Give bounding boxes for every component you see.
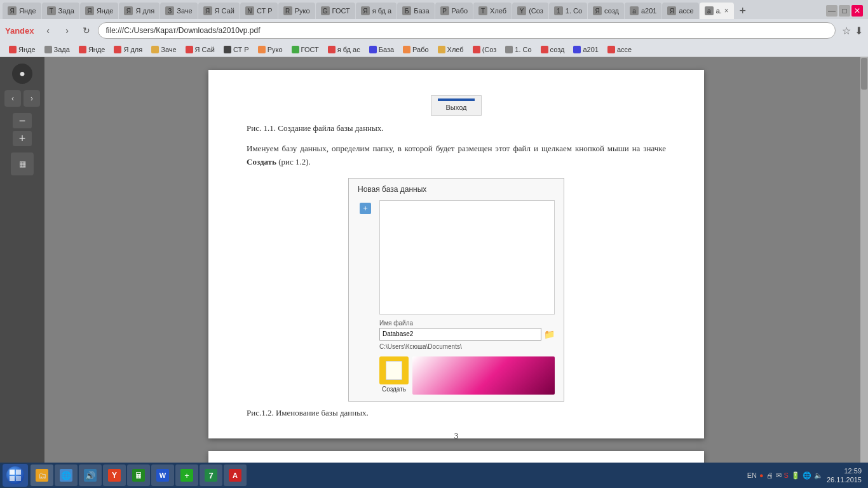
bookmark-16[interactable]: созд <box>537 44 569 55</box>
bookmark-3[interactable]: Яндe <box>75 44 109 55</box>
new-db-filename-label: Имя файла <box>379 320 555 327</box>
bookmark-favicon-1 <box>9 46 17 53</box>
taskbar-app-7zip[interactable]: 7 <box>200 464 222 486</box>
volume-icon[interactable]: 🔈 <box>814 471 823 480</box>
tab-close-icon[interactable]: × <box>724 6 729 15</box>
download-icon[interactable]: ⬇ <box>855 25 863 37</box>
bookmark-favicon-15 <box>505 46 513 53</box>
tab-2[interactable]: T Задa <box>42 3 79 19</box>
tab-label-17: а201 <box>641 7 656 15</box>
bookmark-1[interactable]: Яндe <box>5 44 39 55</box>
bookmark-10[interactable]: я бд ас <box>324 44 364 55</box>
tab-label-9: ГОСТ <box>332 7 350 15</box>
battery-icon[interactable]: 🔋 <box>791 471 800 480</box>
explorer-icon: 🗂 <box>36 469 48 482</box>
tab-3[interactable]: Я Янде <box>80 3 119 19</box>
green-app-icon: + <box>180 469 193 482</box>
pdf-next-button[interactable]: › <box>24 90 40 107</box>
printer-icon[interactable]: 🖨 <box>766 471 773 479</box>
antivirus-icon[interactable]: ● <box>759 471 764 479</box>
tab-15[interactable]: 1 1. Со <box>549 3 587 19</box>
bookmark-13[interactable]: Хлеб <box>434 44 468 55</box>
pdf-scrollbar[interactable] <box>860 57 868 463</box>
bookmark-8[interactable]: Руко <box>254 44 287 55</box>
tab-9[interactable]: G ГОСТ <box>316 3 355 19</box>
tab-14[interactable]: Y (Соз <box>512 3 548 19</box>
tab-19-active[interactable]: а а. × <box>700 3 734 19</box>
taskbar-app-sound[interactable]: 🔊 <box>79 464 102 486</box>
bookmark-9[interactable]: ГОСТ <box>288 44 323 55</box>
tab-7[interactable]: N СТ Р <box>240 3 278 19</box>
pdf-menu-button[interactable]: ● <box>12 64 32 84</box>
pdf-zoom-in-button[interactable]: + <box>13 131 32 146</box>
pdf-zoom-controls: − + <box>13 113 32 146</box>
bookmark-18[interactable]: асce <box>604 44 635 55</box>
tab-6[interactable]: Я Я Сай <box>198 3 240 19</box>
taskbar-app-explorer[interactable]: 🗂 <box>31 464 53 486</box>
reload-button[interactable]: ↻ <box>79 23 94 38</box>
tab-4[interactable]: Я Я для <box>119 3 159 19</box>
tab-label-13: Хлеб <box>490 7 506 15</box>
bookmark-11[interactable]: База <box>365 44 398 55</box>
start-button[interactable] <box>3 464 28 487</box>
forward-button[interactable]: › <box>60 23 75 38</box>
taskbar-app-chrome[interactable]: 🌐 <box>55 464 78 486</box>
taskbar-app-calc[interactable]: 🖩 <box>127 464 150 486</box>
new-db-plus-icon[interactable]: + <box>360 203 371 214</box>
tab-18[interactable]: Я асce <box>662 3 698 19</box>
bookmark-label-16: созд <box>550 46 565 53</box>
tab-label-6: Я Сай <box>215 7 234 15</box>
new-db-create-button[interactable]: Создать <box>379 356 409 393</box>
bookmark-15[interactable]: 1. Со <box>501 44 535 55</box>
new-db-left-col: + <box>358 200 373 395</box>
bookmark-favicon-17 <box>573 46 581 53</box>
new-db-browse-icon[interactable]: 📁 <box>544 329 555 339</box>
pdf-page-3: Выход Рис. 1.1. Создание файла базы данн… <box>208 70 704 438</box>
bookmark-favicon-18 <box>607 46 615 53</box>
bookmark-4[interactable]: Я для <box>110 44 146 55</box>
network-icon[interactable]: 🌐 <box>803 471 811 480</box>
tab-11[interactable]: Б База <box>397 3 434 19</box>
close-button[interactable]: ✕ <box>851 5 863 17</box>
bookmark-17[interactable]: а201 <box>569 44 602 55</box>
create-doc-icon <box>386 361 402 380</box>
new-db-filename-input[interactable] <box>379 328 541 341</box>
security-icon[interactable]: S <box>784 471 789 479</box>
address-input[interactable] <box>98 22 836 39</box>
language-indicator[interactable]: EN <box>747 471 757 479</box>
bookmark-2[interactable]: Задa <box>41 44 74 55</box>
tab-13[interactable]: T Хлеб <box>473 3 512 19</box>
tab-12[interactable]: Р Рабо <box>435 3 473 19</box>
tab-16[interactable]: Я созд <box>588 3 624 19</box>
pdf-view-toggle-button[interactable]: ▦ <box>11 152 34 175</box>
bookmark-favicon-7 <box>224 46 231 53</box>
maximize-button[interactable]: □ <box>839 5 850 17</box>
bookmark-favicon-13 <box>438 46 445 53</box>
back-button[interactable]: ‹ <box>41 23 56 38</box>
yandex-icon: Y <box>108 469 121 482</box>
new-tab-button[interactable]: + <box>735 3 751 19</box>
pdf-content-area[interactable]: Выход Рис. 1.1. Создание файла базы данн… <box>44 57 868 463</box>
minimize-button[interactable]: — <box>826 5 837 17</box>
tab-10[interactable]: Я я бд а <box>356 3 397 19</box>
bookmark-7[interactable]: СТ Р <box>220 44 253 55</box>
bookmark-14[interactable]: (Соз <box>469 44 501 55</box>
pdf-caption-2: Рис.1.2. Именование базы данных. <box>247 408 666 418</box>
taskbar-app-access[interactable]: A <box>224 464 247 486</box>
tab-8[interactable]: R Руко <box>278 3 315 19</box>
tab-5[interactable]: З Зачe <box>160 3 197 19</box>
tab-label-2: Задa <box>58 7 74 15</box>
bookmark-12[interactable]: Рабо <box>399 44 433 55</box>
bookmark-5[interactable]: Зачe <box>147 44 180 55</box>
tab-17[interactable]: а а201 <box>625 3 661 19</box>
taskbar-app-green[interactable]: + <box>175 464 198 486</box>
bookmark-star-icon[interactable]: ☆ <box>842 25 851 37</box>
bookmark-6[interactable]: Я Сай <box>182 44 219 55</box>
email-icon[interactable]: ✉ <box>776 471 782 480</box>
pdf-zoom-out-button[interactable]: − <box>13 113 32 128</box>
tab-1[interactable]: Я Янде <box>3 3 41 19</box>
pdf-prev-button[interactable]: ‹ <box>4 90 21 107</box>
taskbar-app-yandex[interactable]: Y <box>103 464 126 486</box>
new-db-preview-box <box>379 200 555 315</box>
taskbar-app-word[interactable]: W <box>151 464 174 486</box>
